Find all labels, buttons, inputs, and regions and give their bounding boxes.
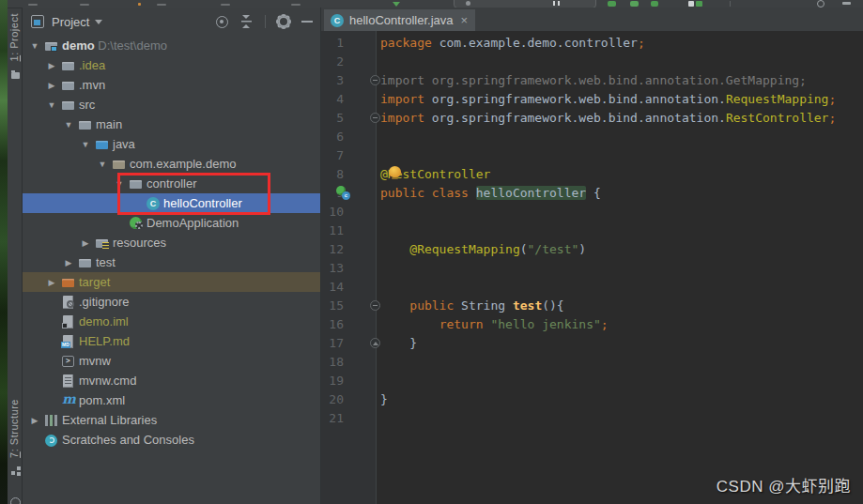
fold-marker-icon[interactable]	[370, 300, 380, 311]
tree-item--idea[interactable]: ▶.idea	[23, 55, 320, 75]
tree-item-label: demo	[62, 38, 95, 53]
code-line-9: 9public class helloController {	[321, 184, 863, 203]
expanded-arrow-icon[interactable]: ▼	[94, 160, 111, 169]
tree-item-demo[interactable]: ▼demo D:\test\demo	[23, 36, 320, 55]
tree-item-label: .idea	[79, 58, 105, 72]
close-icon[interactable]: ×	[461, 14, 469, 26]
code-line-5: 5import org.springframework.web.bind.ann…	[321, 109, 863, 128]
tree-item-main[interactable]: ▼main	[23, 115, 320, 134]
lightbulb-icon[interactable]	[389, 166, 401, 177]
tree-item-label: .mvn	[79, 78, 105, 92]
collapse-all-button[interactable]	[240, 15, 253, 28]
fold-marker-icon[interactable]	[370, 113, 380, 123]
tool-button-structure[interactable]: 7: Structure	[8, 399, 20, 458]
toolbar-partial-icon	[291, 4, 301, 6]
project-view-icon	[31, 15, 44, 28]
class-icon: C	[331, 14, 344, 27]
run-icon	[608, 1, 616, 7]
expanded-arrow-icon[interactable]: ▼	[43, 100, 60, 110]
tree-item-java[interactable]: ▼java	[23, 134, 320, 154]
code-line-19: 19	[321, 372, 863, 390]
tree-item-com-example-demo[interactable]: ▼com.example.demo	[23, 154, 320, 174]
tree-item-label: HELP.md	[79, 334, 130, 348]
tab-hellocontroller-java[interactable]: C helloController.java ×	[324, 9, 475, 31]
tree-item-help-md[interactable]: HELP.md	[23, 331, 320, 351]
tree-item--mvn[interactable]: ▶.mvn	[23, 75, 320, 95]
tree-item--gitignore[interactable]: .gitignore	[23, 292, 320, 312]
line-number: 5	[321, 109, 344, 128]
tree-item-label: DemoApplication	[146, 216, 239, 230]
fold-marker-icon[interactable]	[370, 75, 380, 85]
shell-script-icon	[60, 354, 77, 369]
tree-item-external-libraries[interactable]: ▶External Libraries	[23, 410, 320, 430]
file-md-icon	[60, 334, 77, 349]
toolbar-partial-icon	[80, 4, 89, 6]
collapsed-arrow-icon[interactable]: ▶	[43, 61, 60, 70]
project-stripe-label: : Project	[8, 13, 20, 55]
gear-icon[interactable]	[278, 16, 289, 27]
chevron-down-icon[interactable]	[95, 20, 102, 24]
run-spring-application-icon[interactable]	[336, 186, 350, 200]
code-line-15: 15 public String test(){	[321, 297, 863, 315]
tree-item-demo-iml[interactable]: demo.iml	[23, 312, 320, 331]
debug-icon	[630, 1, 639, 7]
tool-button-project[interactable]: 1: Project	[8, 13, 20, 61]
tree-item-src[interactable]: ▼src	[23, 95, 320, 115]
toolbar-partial-icon	[221, 4, 230, 6]
collapsed-arrow-icon[interactable]: ▶	[43, 278, 60, 287]
header-separator	[265, 15, 266, 28]
project-tree: ▼demo D:\test\demo▶.idea▶.mvn▼src▼main▼j…	[23, 36, 320, 450]
tree-item-label: demo.iml	[79, 314, 129, 328]
tree-item-label: mvnw	[79, 354, 111, 368]
collapsed-arrow-icon[interactable]: ▶	[26, 416, 43, 425]
toolbar-separator	[730, 1, 731, 7]
tree-item-target[interactable]: ▶target	[23, 272, 320, 292]
file-ignored-icon	[60, 295, 77, 310]
collapsed-arrow-icon[interactable]: ▶	[43, 81, 60, 90]
tree-item-label: External Libraries	[62, 413, 157, 427]
tree-item-controller[interactable]: ▼controller	[23, 174, 320, 193]
ide-window: 1: Project 7: Structure Project	[0, 0, 863, 504]
folder-icon	[60, 58, 77, 73]
tree-item-hellocontroller[interactable]: helloController	[23, 193, 320, 213]
tool-window-stripe: 1: Project 7: Structure	[8, 0, 23, 504]
hide-panel-button[interactable]	[301, 21, 313, 23]
collapsed-arrow-icon[interactable]: ▶	[77, 238, 94, 248]
tree-item-path: D:\test\demo	[95, 38, 167, 53]
tree-item-label: resources	[113, 236, 166, 250]
code-text: @RequestMapping("/test")	[380, 240, 586, 259]
tree-item-scratches-and-consoles[interactable]: Scratches and Consoles	[23, 430, 320, 450]
tree-item-test[interactable]: ▶test	[23, 252, 320, 272]
code-line-1: 1package com.example.demo.controller;	[321, 34, 863, 53]
toolbar-partial-icon	[138, 3, 141, 6]
tree-item-label: com.example.demo	[130, 157, 236, 171]
tree-item-pom-xml[interactable]: pom.xml	[23, 390, 320, 410]
collapsed-arrow-icon[interactable]: ▶	[60, 258, 77, 267]
folder-src-icon	[94, 137, 111, 152]
expanded-arrow-icon[interactable]: ▼	[77, 140, 94, 149]
fold-marker-icon[interactable]	[370, 338, 380, 348]
tree-item-resources[interactable]: ▶resources	[23, 233, 320, 252]
maven-icon	[60, 393, 77, 408]
code-editor[interactable]: 1package com.example.demo.controller;23i…	[321, 31, 863, 504]
line-number: 6	[321, 128, 344, 146]
run-config-bars	[553, 1, 555, 6]
expanded-arrow-icon[interactable]: ▼	[60, 120, 77, 130]
project-panel: Project ▼demo D:\test\demo▶.idea▶.mvn▼sr…	[23, 8, 320, 504]
structure-stripe-label: : Structure	[8, 399, 20, 451]
expanded-arrow-icon[interactable]: ▼	[111, 179, 128, 189]
code-line-4: 4import org.springframework.web.bind.ann…	[321, 90, 863, 109]
line-number: 21	[321, 409, 344, 428]
tree-item-mvnw[interactable]: mvnw	[23, 351, 320, 371]
class-icon	[145, 196, 162, 211]
spring-boot-icon	[128, 216, 145, 231]
locate-file-button[interactable]	[216, 16, 228, 28]
line-number: 4	[321, 90, 344, 109]
file-iml-icon	[60, 314, 77, 329]
toolbar-partial-icon	[842, 2, 851, 5]
tree-item-demoapplication[interactable]: DemoApplication	[23, 213, 320, 233]
libraries-icon	[43, 413, 60, 428]
expanded-arrow-icon[interactable]: ▼	[26, 41, 43, 51]
tree-item-label: mvnw.cmd	[79, 374, 136, 388]
tree-item-mvnw-cmd[interactable]: mvnw.cmd	[23, 371, 320, 390]
